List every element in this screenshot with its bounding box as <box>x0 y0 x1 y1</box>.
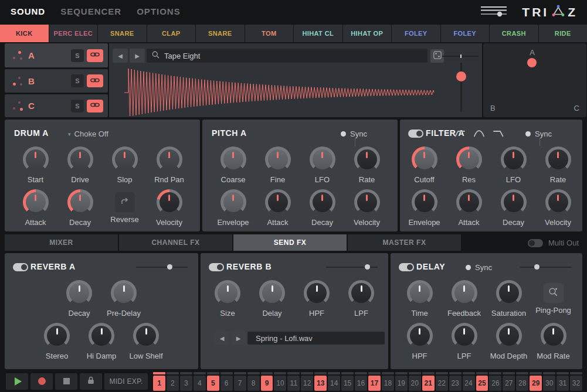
step-button-5[interactable]: 5 <box>207 376 219 391</box>
step-marker-2[interactable] <box>167 372 179 374</box>
knob-attack[interactable] <box>23 189 49 215</box>
lock-button[interactable] <box>80 373 102 390</box>
pad-12-ride[interactable]: RIDE <box>539 25 587 42</box>
knob-envelope[interactable] <box>220 189 246 215</box>
step-marker-24[interactable] <box>463 372 475 374</box>
menu-sound[interactable]: SOUND <box>11 6 45 16</box>
play-button[interactable] <box>6 373 28 390</box>
reverb-a-enable-toggle[interactable] <box>13 263 28 271</box>
ir-file-field[interactable]: Spring - Lofi.wav <box>247 332 385 345</box>
reverb-b-send-handle[interactable] <box>365 264 370 270</box>
step-button-16[interactable]: 16 <box>355 376 367 391</box>
step-button-8[interactable]: 8 <box>247 376 260 391</box>
pad-8-hihat-op[interactable]: HIHAT OP <box>343 25 392 42</box>
step-marker-19[interactable] <box>395 372 408 374</box>
step-button-10[interactable]: 10 <box>274 376 286 391</box>
step-button-15[interactable]: 15 <box>341 376 354 391</box>
step-marker-15[interactable] <box>341 372 354 374</box>
reverb-a-send-handle[interactable] <box>167 264 172 270</box>
knob-lpf[interactable] <box>348 280 374 306</box>
step-marker-32[interactable] <box>570 372 582 374</box>
pan-slider[interactable] <box>442 56 479 57</box>
delay-send-handle[interactable] <box>534 264 540 270</box>
knob-decay[interactable] <box>67 189 93 215</box>
knob-velocity[interactable] <box>157 189 182 215</box>
pad-11-crash[interactable]: CRASH <box>490 25 538 42</box>
sample-search-input[interactable]: Tape Eight <box>147 49 427 63</box>
stop-button[interactable] <box>55 373 77 390</box>
step-button-17[interactable]: 17 <box>368 376 381 391</box>
knob-attack[interactable] <box>456 189 482 215</box>
step-marker-18[interactable] <box>382 372 394 374</box>
knob-hpf[interactable] <box>407 323 433 349</box>
knob-rate[interactable] <box>545 146 571 172</box>
knob-rate[interactable] <box>354 146 380 172</box>
mixer-sliders-icon[interactable] <box>480 4 510 21</box>
pitch-sync-toggle[interactable]: Sync <box>341 129 367 138</box>
knob-start[interactable] <box>23 146 49 172</box>
knob-decay[interactable] <box>501 189 527 215</box>
tab-mixer[interactable]: MIXER <box>5 234 118 251</box>
knob-hpf[interactable] <box>304 280 330 306</box>
step-button-3[interactable]: 3 <box>180 376 192 391</box>
pad-5-snare[interactable]: SNARE <box>196 25 245 42</box>
pad-7-hihat-cl[interactable]: HIHAT CL <box>294 25 342 42</box>
layer-row-a[interactable]: AS <box>5 43 108 67</box>
step-marker-1[interactable] <box>153 372 165 374</box>
midi-export-button[interactable]: MIDI EXP. <box>104 373 148 390</box>
step-button-27[interactable]: 27 <box>503 376 515 391</box>
volume-slider-track[interactable] <box>460 63 462 112</box>
reverb-a-send-slider[interactable] <box>136 267 188 268</box>
step-button-13[interactable]: 13 <box>314 376 327 391</box>
step-marker-20[interactable] <box>409 372 421 374</box>
step-button-25[interactable]: 25 <box>476 376 488 391</box>
tab-send-fx[interactable]: SEND FX <box>233 234 347 251</box>
step-marker-3[interactable] <box>180 372 192 374</box>
pad-3-snare[interactable]: SNARE <box>98 25 147 42</box>
step-button-28[interactable]: 28 <box>516 376 528 391</box>
step-button-30[interactable]: 30 <box>543 376 555 391</box>
step-marker-23[interactable] <box>449 372 462 374</box>
knob-mod-rate[interactable] <box>541 323 566 349</box>
knob-velocity[interactable] <box>354 189 380 215</box>
step-marker-27[interactable] <box>503 372 515 374</box>
step-marker-14[interactable] <box>328 372 340 374</box>
knob-hi-damp[interactable] <box>89 323 114 349</box>
knob-rnd-pan[interactable] <box>157 146 182 172</box>
step-button-32[interactable]: 32 <box>570 376 582 391</box>
step-button-6[interactable]: 6 <box>220 376 233 391</box>
layer-link-button[interactable] <box>87 100 103 113</box>
step-marker-16[interactable] <box>355 372 367 374</box>
pad-1-kick[interactable]: KICK <box>0 25 49 42</box>
knob-attack[interactable] <box>265 189 291 215</box>
step-button-20[interactable]: 20 <box>409 376 421 391</box>
knob-envelope[interactable] <box>412 189 437 215</box>
menu-sequencer[interactable]: SEQUENCER <box>60 6 121 16</box>
step-button-14[interactable]: 14 <box>328 376 340 391</box>
step-button-21[interactable]: 21 <box>422 376 435 391</box>
step-button-24[interactable]: 24 <box>463 376 475 391</box>
filter-sync-toggle[interactable]: Sync <box>525 129 552 138</box>
prev-sample-button[interactable]: ◀ <box>113 49 128 63</box>
step-marker-10[interactable] <box>274 372 286 374</box>
knob-time[interactable] <box>407 280 433 306</box>
knob-low-shelf[interactable] <box>133 323 159 349</box>
waveform-display[interactable] <box>113 67 439 116</box>
step-button-23[interactable]: 23 <box>449 376 462 391</box>
step-marker-29[interactable] <box>530 372 542 374</box>
tab-channel-fx[interactable]: CHANNEL FX <box>119 234 232 251</box>
step-marker-7[interactable] <box>234 372 246 374</box>
choke-dropdown[interactable]: ▾ Choke Off <box>68 129 108 138</box>
step-button-22[interactable]: 22 <box>436 376 448 391</box>
step-marker-5[interactable] <box>207 372 219 374</box>
step-button-9[interactable]: 9 <box>261 376 273 391</box>
knob-mod-depth[interactable] <box>496 323 522 349</box>
pingpong-button[interactable] <box>544 283 564 303</box>
layer-link-button[interactable] <box>87 74 103 87</box>
knob-coarse[interactable] <box>220 146 246 172</box>
layer-row-b[interactable]: BS <box>5 69 108 93</box>
step-button-4[interactable]: 4 <box>194 376 206 391</box>
layer-solo-button[interactable]: S <box>71 74 84 87</box>
step-button-26[interactable]: 26 <box>489 376 501 391</box>
step-marker-8[interactable] <box>247 372 260 374</box>
